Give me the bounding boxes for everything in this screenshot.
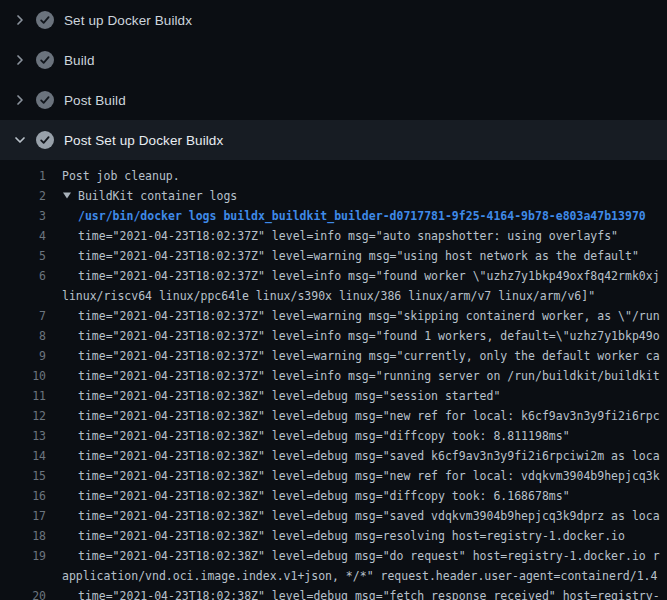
line-number[interactable]: 16 xyxy=(0,486,46,506)
log-line: 16time="2021-04-23T18:02:38Z" level=debu… xyxy=(0,486,667,506)
check-circle-icon xyxy=(36,131,54,149)
log-text-wrapped: application/vnd.oci.image.index.v1+json,… xyxy=(62,566,657,586)
chevron-right-icon[interactable] xyxy=(12,92,28,108)
step-header-post-build[interactable]: Post Build xyxy=(0,80,667,120)
log-text: time="2021-04-23T18:02:37Z" level=warnin… xyxy=(78,306,660,326)
step-header-build[interactable]: Build xyxy=(0,40,667,80)
log-group-toggle[interactable]: BuildKit container logs xyxy=(62,186,237,206)
log-text: time="2021-04-23T18:02:38Z" level=debug … xyxy=(78,446,660,466)
line-number[interactable]: 11 xyxy=(0,386,46,406)
line-number[interactable]: 18 xyxy=(0,526,46,546)
log-text: time="2021-04-23T18:02:38Z" level=debug … xyxy=(78,406,660,426)
log-line: 12time="2021-04-23T18:02:38Z" level=debu… xyxy=(0,406,667,426)
line-number[interactable]: 17 xyxy=(0,506,46,526)
log-text: time="2021-04-23T18:02:38Z" level=debug … xyxy=(78,486,570,506)
log-line: 1Post job cleanup. xyxy=(0,166,667,186)
log-line: 17time="2021-04-23T18:02:38Z" level=debu… xyxy=(0,506,667,526)
log-line: 20time="2021-04-23T18:02:38Z" level=debu… xyxy=(0,586,667,600)
step-list: Set up Docker BuildxBuildPost BuildPost … xyxy=(0,0,667,160)
line-number[interactable]: 8 xyxy=(0,326,46,346)
line-number[interactable]: 9 xyxy=(0,346,46,366)
line-number[interactable]: 13 xyxy=(0,426,46,446)
log-group-line: 2BuildKit container logs xyxy=(0,186,667,206)
log-text: time="2021-04-23T18:02:38Z" level=debug … xyxy=(78,506,660,526)
step-label: Build xyxy=(64,53,95,68)
step-label: Set up Docker Buildx xyxy=(64,13,192,28)
log-line: 5time="2021-04-23T18:02:37Z" level=warni… xyxy=(0,246,667,266)
triangle-down-icon[interactable] xyxy=(62,186,72,206)
line-number[interactable]: 7 xyxy=(0,306,46,326)
log-line: 15time="2021-04-23T18:02:38Z" level=debu… xyxy=(0,466,667,486)
log-text: time="2021-04-23T18:02:37Z" level=warnin… xyxy=(78,246,639,266)
command-text: /usr/bin/docker logs buildx_buildkit_bui… xyxy=(78,206,646,226)
line-number[interactable]: 19 xyxy=(0,546,46,566)
line-number[interactable]: 6 xyxy=(0,266,46,286)
line-number-empty xyxy=(0,286,46,306)
log-line: 19time="2021-04-23T18:02:38Z" level=debu… xyxy=(0,546,667,566)
log-line: 14time="2021-04-23T18:02:38Z" level=debu… xyxy=(0,446,667,466)
step-header-set-up-docker-buildx[interactable]: Set up Docker Buildx xyxy=(0,0,667,40)
log-text: time="2021-04-23T18:02:38Z" level=debug … xyxy=(78,586,660,600)
line-number[interactable]: 2 xyxy=(0,186,46,206)
step-header-post-set-up-docker-buildx[interactable]: Post Set up Docker Buildx xyxy=(0,120,667,160)
log-line: 10time="2021-04-23T18:02:37Z" level=info… xyxy=(0,366,667,386)
log-text: time="2021-04-23T18:02:38Z" level=debug … xyxy=(78,426,570,446)
check-circle-icon xyxy=(36,51,54,69)
log-line: 3/usr/bin/docker logs buildx_buildkit_bu… xyxy=(0,206,667,226)
log-text: time="2021-04-23T18:02:38Z" level=debug … xyxy=(78,546,660,566)
check-circle-icon xyxy=(36,91,54,109)
check-circle-icon xyxy=(36,11,54,29)
log-pane: 1Post job cleanup.2BuildKit container lo… xyxy=(0,160,667,600)
chevron-right-icon[interactable] xyxy=(12,12,28,28)
line-number[interactable]: 3 xyxy=(0,206,46,226)
log-text: time="2021-04-23T18:02:37Z" level=info m… xyxy=(78,366,660,386)
step-label: Post Build xyxy=(64,93,126,108)
chevron-right-icon[interactable] xyxy=(12,52,28,68)
log-line: 18time="2021-04-23T18:02:38Z" level=debu… xyxy=(0,526,667,546)
chevron-down-icon[interactable] xyxy=(12,132,28,148)
line-number[interactable]: 20 xyxy=(0,586,46,600)
log-line-continuation: application/vnd.oci.image.index.v1+json,… xyxy=(0,566,667,586)
log-text: time="2021-04-23T18:02:38Z" level=debug … xyxy=(78,526,625,546)
line-number[interactable]: 14 xyxy=(0,446,46,466)
line-number[interactable]: 5 xyxy=(0,246,46,266)
log-line: 6time="2021-04-23T18:02:37Z" level=info … xyxy=(0,266,667,286)
log-text: time="2021-04-23T18:02:37Z" level=warnin… xyxy=(78,346,660,366)
line-number-empty xyxy=(0,566,46,586)
line-number[interactable]: 12 xyxy=(0,406,46,426)
log-text: time="2021-04-23T18:02:38Z" level=debug … xyxy=(78,386,500,406)
line-number[interactable]: 10 xyxy=(0,366,46,386)
log-line: 4time="2021-04-23T18:02:37Z" level=info … xyxy=(0,226,667,246)
line-number[interactable]: 1 xyxy=(0,166,46,186)
log-text-wrapped: linux/riscv64 linux/ppc64le linux/s390x … xyxy=(62,286,595,306)
log-line: 13time="2021-04-23T18:02:38Z" level=debu… xyxy=(0,426,667,446)
workflow-log-viewer: Set up Docker BuildxBuildPost BuildPost … xyxy=(0,0,667,600)
log-text: time="2021-04-23T18:02:37Z" level=info m… xyxy=(78,266,660,286)
log-text: time="2021-04-23T18:02:38Z" level=debug … xyxy=(78,466,660,486)
log-text: time="2021-04-23T18:02:37Z" level=info m… xyxy=(78,226,618,246)
log-line: 9time="2021-04-23T18:02:37Z" level=warni… xyxy=(0,346,667,366)
log-line: 7time="2021-04-23T18:02:37Z" level=warni… xyxy=(0,306,667,326)
step-label: Post Set up Docker Buildx xyxy=(64,133,223,148)
log-line-continuation: linux/riscv64 linux/ppc64le linux/s390x … xyxy=(0,286,667,306)
log-text: time="2021-04-23T18:02:37Z" level=info m… xyxy=(78,326,660,346)
line-number[interactable]: 15 xyxy=(0,466,46,486)
log-group-title[interactable]: BuildKit container logs xyxy=(78,189,237,203)
log-text: Post job cleanup. xyxy=(62,166,180,186)
log-line: 11time="2021-04-23T18:02:38Z" level=debu… xyxy=(0,386,667,406)
line-number[interactable]: 4 xyxy=(0,226,46,246)
log-line: 8time="2021-04-23T18:02:37Z" level=info … xyxy=(0,326,667,346)
